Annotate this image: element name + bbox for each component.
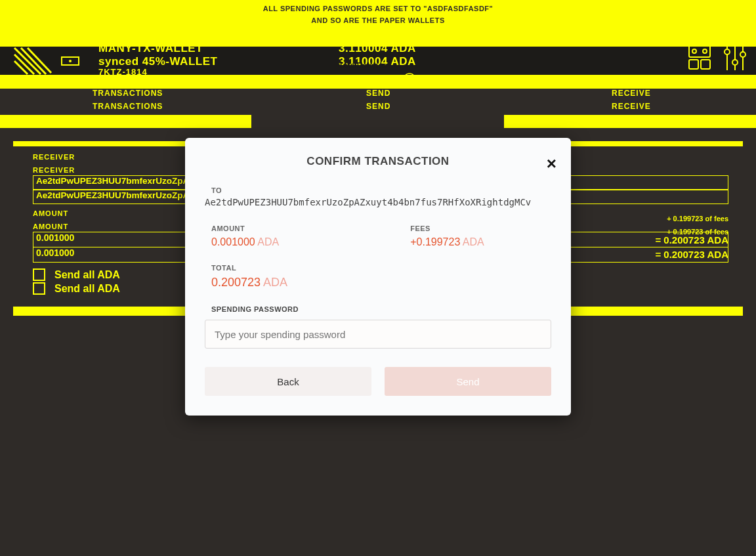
send-button[interactable]: Send	[385, 367, 551, 396]
fees-label: FEES	[410, 225, 484, 232]
total-value: 0.200723 ADA	[211, 276, 551, 289]
back-button[interactable]: Back	[205, 367, 371, 396]
close-icon[interactable]: ×	[547, 154, 556, 174]
fees-value: +0.199723 ADA	[410, 236, 484, 248]
amount-value: 0.001000 ADA	[211, 236, 279, 248]
spending-password-label: SPENDING PASSWORD	[211, 305, 551, 313]
to-label: TO	[211, 186, 551, 194]
dialog-title: CONFIRM TRANSACTION	[205, 155, 551, 168]
amount-label: AMOUNT	[211, 225, 279, 232]
total-label: TOTAL	[211, 264, 551, 272]
modal-overlay: CONFIRM TRANSACTION × TO Ae2tdPwUPEZ3HUU…	[0, 0, 756, 556]
spending-password-field[interactable]	[205, 320, 551, 349]
confirm-transaction-dialog: CONFIRM TRANSACTION × TO Ae2tdPwUPEZ3HUU…	[185, 138, 571, 416]
to-address: Ae2tdPwUPEZ3HUU7bmfexrUzoZpAZxuyt4b4bn7f…	[205, 197, 551, 207]
